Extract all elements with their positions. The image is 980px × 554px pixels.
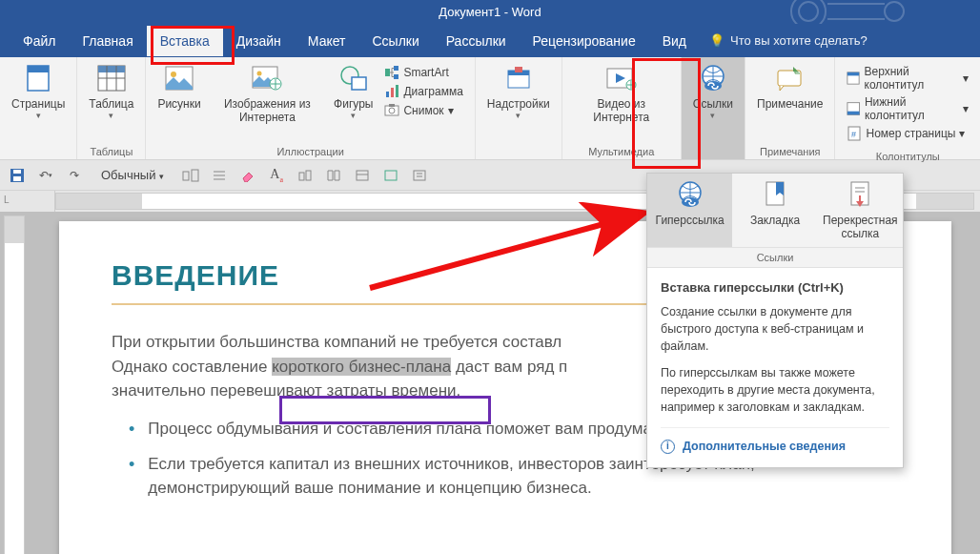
header-button[interactable]: Верхний колонтитул▾ <box>843 63 972 93</box>
shapes-icon <box>338 63 369 93</box>
window-title: Документ1 - Word <box>439 5 541 19</box>
svg-point-47 <box>682 197 699 207</box>
bookmark-icon <box>760 179 790 210</box>
svg-point-9 <box>257 72 262 76</box>
style-selector[interactable]: Обычный ▾ <box>93 168 172 182</box>
svg-rect-31 <box>847 72 859 76</box>
footer-button[interactable]: Нижний колонтитул▾ <box>843 93 972 124</box>
menu-bar: Файл Главная Вставка Дизайн Макет Ссылки… <box>0 24 980 57</box>
hyperlink-button[interactable]: Гиперссылка <box>647 174 732 247</box>
svg-point-7 <box>171 72 176 77</box>
tell-me[interactable]: 💡 Что вы хотите сделать? <box>709 33 868 48</box>
tab-design[interactable]: Дизайн <box>223 26 295 56</box>
group-comments: Примечание Примечания <box>745 57 835 159</box>
links-button[interactable]: Ссылки ▾ <box>687 59 739 125</box>
undo-button[interactable]: ↶▾ <box>36 166 55 185</box>
chevron-down-icon: ▾ <box>36 111 41 121</box>
svg-rect-40 <box>192 170 198 181</box>
chevron-down-icon: ▾ <box>710 111 715 121</box>
svg-point-1 <box>799 2 818 21</box>
svg-text:#: # <box>851 130 856 139</box>
svg-rect-15 <box>394 74 398 79</box>
vertical-ruler[interactable] <box>4 215 25 554</box>
chevron-down-icon: ▾ <box>963 102 969 115</box>
table-button[interactable]: Таблица ▾ <box>83 59 139 125</box>
ribbon: Страницы ▾ Таблица ▾ Таблицы Рисунки Изо… <box>0 57 980 160</box>
addins-icon <box>503 63 534 93</box>
footer-icon <box>847 101 860 116</box>
svg-rect-16 <box>386 92 389 97</box>
chevron-down-icon: ▾ <box>963 72 969 85</box>
svg-rect-14 <box>394 66 398 71</box>
crossref-icon <box>845 179 875 210</box>
svg-rect-45 <box>414 171 425 180</box>
tab-insert[interactable]: Вставка <box>147 26 223 56</box>
links-dropdown: Гиперссылка Закладка Перекрестная ссылка… <box>646 173 904 468</box>
save-button[interactable] <box>8 166 27 185</box>
tab-file[interactable]: Файл <box>10 26 69 56</box>
tab-view[interactable]: Вид <box>649 26 700 56</box>
smartart-button[interactable]: SmartArt <box>380 63 466 82</box>
decorative-graphic <box>770 0 942 24</box>
group-media: Видео из Интернета Мультимедиа <box>562 57 682 159</box>
more-info-link[interactable]: i Дополнительные сведения <box>661 427 889 455</box>
svg-rect-41 <box>299 173 304 180</box>
bookmark-button[interactable]: Закладка <box>732 174 817 247</box>
qat-btn-6[interactable] <box>381 166 400 185</box>
screenshot-button[interactable]: Снимок▾ <box>380 101 466 120</box>
eraser-button[interactable] <box>238 166 257 185</box>
links-group-label: Ссылки <box>647 248 903 268</box>
smartart-icon <box>384 65 399 80</box>
online-video-button[interactable]: Видео из Интернета <box>568 59 675 129</box>
tell-me-text: Что вы хотите сделать? <box>730 33 868 48</box>
qat-btn-7[interactable] <box>410 166 429 185</box>
tab-review[interactable]: Рецензирование <box>520 26 649 56</box>
comment-button[interactable]: Примечание <box>751 59 828 114</box>
pages-button[interactable]: Страницы ▾ <box>6 59 71 125</box>
bulb-icon: 💡 <box>709 33 725 48</box>
tooltip: Вставка гиперссылки (Ctrl+K) Создание сс… <box>647 268 903 467</box>
pictures-button[interactable]: Рисунки <box>152 59 206 114</box>
svg-rect-43 <box>357 171 368 180</box>
online-picture-icon <box>252 63 282 93</box>
tab-home[interactable]: Главная <box>69 26 146 56</box>
qat-btn-5[interactable] <box>353 166 372 185</box>
group-tables: Таблица ▾ Таблицы <box>77 57 146 159</box>
chevron-down-icon: ▾ <box>351 111 356 121</box>
svg-rect-4 <box>28 66 49 72</box>
crossref-button[interactable]: Перекрестная ссылка <box>818 174 903 247</box>
font-button[interactable]: Aa <box>267 166 286 185</box>
bullet-dot-icon: • <box>129 452 134 501</box>
svg-rect-18 <box>396 85 398 97</box>
chart-icon <box>384 84 399 99</box>
picture-icon <box>164 63 194 93</box>
svg-rect-38 <box>13 170 21 174</box>
title-bar: Документ1 - Word <box>0 0 980 24</box>
group-illustrations: Рисунки Изображения из Интернета Фигуры … <box>146 57 475 159</box>
svg-rect-24 <box>515 67 522 72</box>
addins-button[interactable]: Надстройки ▾ <box>481 59 556 125</box>
pagenum-icon: # <box>847 126 862 141</box>
chevron-down-icon: ▾ <box>516 111 521 121</box>
svg-rect-37 <box>13 176 21 181</box>
online-pictures-button[interactable]: Изображения из Интернета <box>207 59 328 129</box>
svg-rect-17 <box>391 88 394 97</box>
video-icon <box>606 63 637 93</box>
pagenum-button[interactable]: # Номер страницы▾ <box>843 124 972 143</box>
chevron-down-icon: ▾ <box>959 127 965 140</box>
shapes-button[interactable]: Фигуры ▾ <box>328 59 378 125</box>
svg-point-28 <box>704 81 722 91</box>
chart-button[interactable]: Диаграмма <box>380 82 466 101</box>
tab-layout[interactable]: Макет <box>295 26 359 56</box>
qat-btn-1[interactable] <box>181 166 200 185</box>
qat-btn-3[interactable] <box>296 166 315 185</box>
qat-btn-2[interactable] <box>210 166 229 185</box>
qat-btn-4[interactable] <box>324 166 343 185</box>
svg-rect-39 <box>183 172 189 180</box>
tab-references[interactable]: Ссылки <box>358 26 432 56</box>
chevron-down-icon: ▾ <box>109 111 113 121</box>
redo-button[interactable]: ↷ <box>65 166 84 185</box>
chevron-down-icon: ▾ <box>448 104 454 117</box>
svg-rect-33 <box>847 112 860 115</box>
tab-mailings[interactable]: Рассылки <box>433 26 520 56</box>
